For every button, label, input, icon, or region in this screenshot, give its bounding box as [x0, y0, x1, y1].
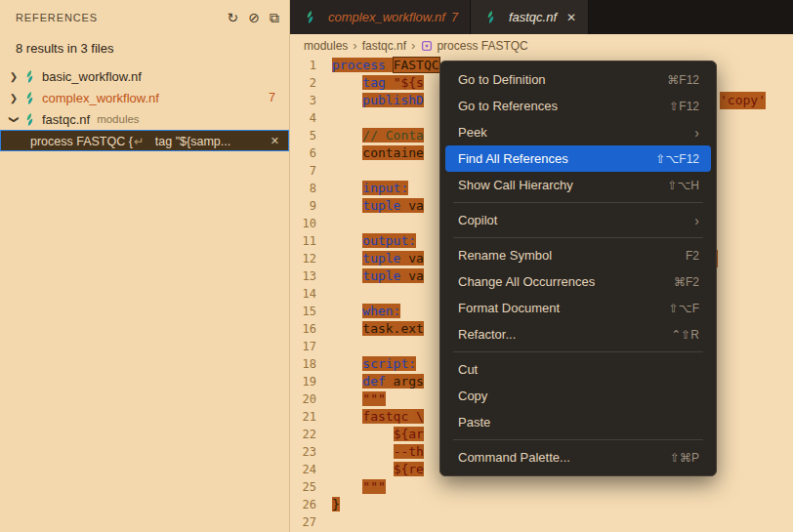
breadcrumb-item[interactable]: fastqc.nf [362, 39, 406, 53]
menu-shortcut: F2 [686, 249, 699, 263]
line-number[interactable]: 2 [290, 74, 332, 92]
code-text: tuple va [332, 197, 424, 215]
menu-shortcut: ⌘F12 [667, 73, 699, 87]
line-number[interactable]: 24 [290, 461, 332, 478]
menu-item-go-to-definition[interactable]: Go to Definition⌘F12 [445, 66, 711, 93]
line-number[interactable]: 17 [290, 338, 332, 355]
panel-header: REFERENCES ↻⊘⧉ [0, 0, 289, 35]
line-number[interactable]: 18 [290, 355, 332, 373]
menu-item-go-to-references[interactable]: Go to References⇧F12 [445, 93, 711, 119]
tree-item-basic_workflow.nf[interactable]: ❯basic_workflow.nf [0, 65, 289, 87]
line-number[interactable]: 1 [290, 57, 332, 74]
menu-shortcut: ⇧⌘P [670, 451, 699, 465]
line-number[interactable]: 20 [290, 390, 332, 408]
code-text: input: [332, 180, 408, 197]
clear-all-icon[interactable]: ⊘ [248, 11, 260, 24]
menu-item-change-all-occurrences[interactable]: Change All Occurrences⌘F2 [445, 268, 711, 295]
file-name: basic_workflow.nf [42, 69, 142, 84]
tab-label: fastqc.nf [509, 10, 557, 24]
line-number[interactable]: 3 [290, 92, 332, 109]
line-number[interactable]: 16 [290, 320, 332, 338]
code-text: def args [332, 373, 424, 390]
line-number[interactable]: 8 [290, 180, 332, 197]
panel-title: REFERENCES [16, 12, 98, 23]
tab-complex_workflow.nf[interactable]: complex_workflow.nf7 [290, 0, 471, 34]
nextflow-icon [483, 10, 498, 24]
return-glyph: ↵ [133, 135, 145, 148]
tree-item-complex_workflow.nf[interactable]: ❯complex_workflow.nf7 [0, 87, 289, 108]
menu-item-rename-symbol[interactable]: Rename SymbolF2 [445, 242, 711, 268]
submenu-arrow-icon: › [694, 213, 699, 228]
references-panel: REFERENCES ↻⊘⧉ 8 results in 3 files ❯bas… [0, 0, 290, 532]
line-number[interactable]: 27 [290, 513, 332, 531]
line-number[interactable]: 21 [290, 408, 332, 426]
line-number[interactable]: 10 [290, 215, 332, 232]
menu-separator [453, 351, 703, 352]
menu-item-label: Go to Definition [458, 72, 546, 87]
refresh-icon[interactable]: ↻ [228, 11, 239, 24]
nextflow-icon [22, 91, 37, 105]
nextflow-icon [303, 10, 317, 24]
close-tab-icon[interactable]: ✕ [566, 11, 576, 24]
tab-fastqc.nf[interactable]: fastqc.nf✕ [471, 0, 589, 34]
menu-item-copilot[interactable]: Copilot› [445, 207, 711, 233]
code-text: fastqc \ [332, 408, 424, 426]
line-number[interactable]: 6 [290, 144, 332, 162]
code-text: """ [332, 478, 386, 496]
code-text: when: [332, 303, 400, 320]
submenu-arrow-icon: › [694, 125, 699, 141]
code-text: ${ar [332, 426, 424, 443]
menu-shortcut: ⇧⌥F12 [655, 152, 699, 166]
line-number[interactable]: 5 [290, 127, 332, 144]
menu-item-label: Paste [458, 415, 490, 430]
menu-item-copy[interactable]: Copy [445, 383, 711, 409]
code-fragment: 'copy' [720, 92, 766, 109]
menu-item-refactor[interactable]: Refactor...⌃⇧R [445, 321, 711, 348]
code-text: task.ext [332, 320, 424, 338]
line-number[interactable]: 11 [290, 232, 332, 250]
menu-item-label: Rename Symbol [458, 248, 552, 263]
menu-item-label: Refactor... [458, 327, 516, 342]
line-number[interactable]: 4 [290, 109, 332, 127]
line-number[interactable]: 7 [290, 162, 332, 180]
code-line[interactable]: 25 """ [290, 478, 793, 496]
line-number[interactable]: 9 [290, 197, 332, 215]
context-menu: Go to Definition⌘F12Go to References⇧F12… [439, 61, 717, 476]
line-number[interactable]: 25 [290, 478, 332, 496]
chevron-icon: ❯ [6, 71, 21, 82]
reference-result-item[interactable]: process FASTQC {↵ tag "${samp...✕ [0, 130, 289, 151]
menu-item-paste[interactable]: Paste [445, 409, 711, 435]
vscode-window: REFERENCES ↻⊘⧉ 8 results in 3 files ❯bas… [0, 0, 793, 532]
line-number[interactable]: 12 [290, 250, 332, 267]
line-number[interactable]: 15 [290, 303, 332, 320]
code-line[interactable]: 27 [290, 513, 793, 531]
code-text: } [332, 496, 340, 513]
menu-separator [453, 439, 703, 440]
collapse-all-icon[interactable]: ⧉ [270, 11, 279, 24]
file-name: fastqc.nf [42, 112, 90, 127]
line-number[interactable]: 14 [290, 285, 332, 303]
line-number[interactable]: 13 [290, 267, 332, 285]
menu-item-peek[interactable]: Peek› [445, 119, 711, 145]
context-menu-list: Go to Definition⌘F12Go to References⇧F12… [445, 66, 711, 471]
tab-badge: 7 [451, 11, 458, 24]
menu-item-show-call-hierarchy[interactable]: Show Call Hierarchy⇧⌥H [445, 172, 711, 198]
reference-preview: process FASTQC {↵ tag "${samp... [30, 134, 230, 148]
code-line[interactable]: 26} [290, 496, 793, 513]
menu-item-cut[interactable]: Cut [445, 356, 711, 383]
menu-shortcut: ⌘F2 [674, 275, 699, 289]
code-text: containe [332, 144, 424, 162]
line-number[interactable]: 26 [290, 496, 332, 513]
dismiss-result-icon[interactable]: ✕ [271, 135, 279, 147]
line-number[interactable]: 22 [290, 426, 332, 443]
line-number[interactable]: 23 [290, 443, 332, 461]
tree-item-fastqc.nf[interactable]: ❯fastqc.nfmodules [0, 108, 289, 130]
breadcrumb-item[interactable]: modules [304, 39, 348, 53]
menu-item-command-palette[interactable]: Command Palette...⇧⌘P [445, 444, 711, 471]
menu-item-format-document[interactable]: Format Document⇧⌥F [445, 295, 711, 321]
breadcrumb-item[interactable]: process FASTQC [420, 39, 527, 53]
references-tree: ❯basic_workflow.nf❯complex_workflow.nf7❯… [0, 65, 289, 151]
line-number[interactable]: 19 [290, 373, 332, 390]
menu-item-find-all-references[interactable]: Find All References⇧⌥F12 [445, 145, 711, 172]
file-description: modules [97, 113, 139, 125]
